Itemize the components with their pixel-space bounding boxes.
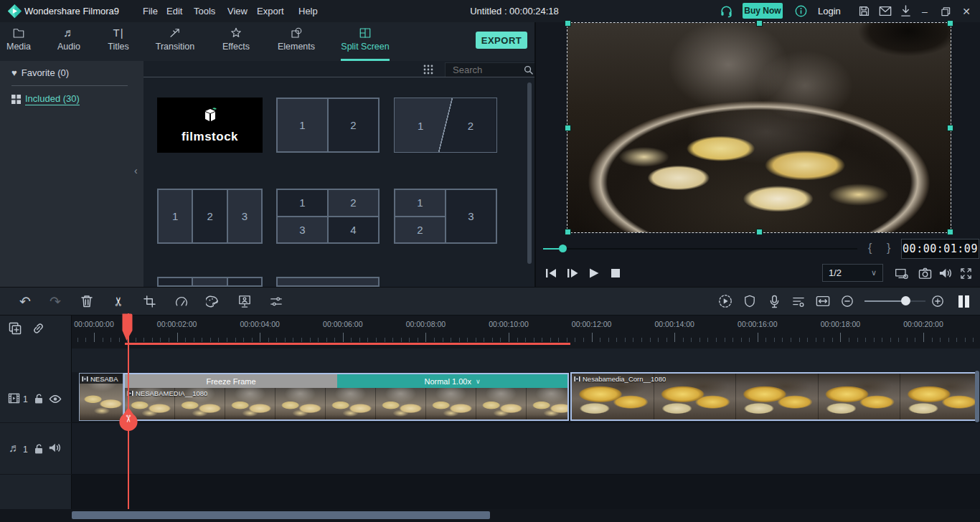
menu-view[interactable]: View — [227, 6, 248, 16]
scrubber-handle[interactable] — [559, 245, 567, 252]
crop-icon[interactable] — [141, 293, 157, 309]
next-frame-button[interactable] — [565, 266, 580, 280]
selected-clip[interactable]: Freeze Frame Normal 1.00x ∨ NESABAMEDIA_… — [123, 373, 569, 421]
add-to-timeline-icon[interactable] — [9, 322, 22, 335]
preset-filmstock-tile[interactable]: filmstock — [157, 98, 263, 153]
resize-handle[interactable] — [947, 20, 953, 27]
video-track-visibility-icon[interactable] — [49, 394, 62, 404]
restore-button[interactable] — [938, 4, 953, 19]
audio-track-mute-icon[interactable] — [48, 442, 61, 453]
mark-in-icon[interactable]: { — [868, 242, 872, 255]
video-track-lock-icon[interactable] — [34, 393, 44, 404]
sidebar-item-favorite[interactable]: ♥ Favorite (0) — [11, 67, 69, 78]
preset-grid-four[interactable]: 1 2 3 4 — [276, 189, 380, 244]
vertical-scrollbar[interactable] — [975, 371, 979, 422]
tab-elements[interactable]: Elements — [264, 27, 329, 58]
resize-handle[interactable] — [947, 125, 953, 131]
render-preview-icon[interactable] — [717, 293, 733, 309]
grid-view-icon[interactable] — [423, 64, 434, 75]
zoom-in-icon[interactable] — [930, 293, 946, 309]
search-input[interactable] — [451, 64, 524, 76]
preview-volume-icon[interactable] — [938, 266, 952, 280]
play-button[interactable] — [587, 266, 601, 280]
ruler-tick — [732, 338, 733, 342]
corn-clip[interactable]: Nesabamedia_Corn__1080 — [570, 372, 976, 421]
search-box[interactable] — [445, 62, 537, 77]
menu-edit[interactable]: Edit — [166, 6, 182, 16]
ruler-tick — [443, 338, 443, 342]
preview-scrubber[interactable] — [543, 248, 857, 250]
link-clips-icon[interactable] — [32, 322, 45, 335]
tab-titles[interactable]: T| Titles — [86, 27, 151, 58]
mail-icon[interactable] — [879, 6, 892, 16]
menu-help[interactable]: Help — [298, 6, 318, 16]
split-scissors-icon[interactable]: ✂ — [110, 293, 126, 309]
delete-icon[interactable] — [79, 293, 95, 309]
mark-out-icon[interactable]: } — [887, 242, 890, 255]
presets-scrollbar[interactable] — [527, 82, 532, 264]
split-at-playhead-button[interactable]: ✂ — [118, 407, 138, 435]
undo-icon[interactable]: ↶ — [17, 293, 33, 309]
tab-split-screen[interactable]: Split Screen — [333, 27, 397, 58]
menu-file[interactable]: File — [143, 6, 158, 16]
ruler-tick — [227, 338, 227, 342]
horizontal-scrollbar[interactable] — [72, 511, 490, 519]
tab-transition[interactable]: Transition — [143, 27, 207, 58]
zoom-to-fit-icon[interactable] — [815, 293, 831, 309]
preset-partial-1[interactable] — [157, 277, 263, 287]
resize-handle[interactable] — [565, 229, 571, 235]
resize-handle[interactable] — [565, 125, 571, 131]
sidebar-item-included[interactable]: Included (30) — [11, 93, 80, 105]
clip-nesaba-start[interactable]: NESABA — [79, 373, 123, 421]
fullscreen-icon[interactable] — [958, 266, 973, 280]
timeline-tracks[interactable]: NESABA Freeze Frame Normal 1.00x ∨ NESAB… — [72, 348, 980, 509]
minimize-button[interactable]: – — [918, 4, 932, 19]
download-icon[interactable] — [900, 4, 912, 18]
support-headset-icon[interactable] — [720, 4, 733, 18]
resize-handle[interactable] — [756, 20, 763, 27]
snapshot-camera-icon[interactable] — [918, 266, 932, 280]
menu-export[interactable]: Export — [257, 6, 284, 16]
stop-button[interactable] — [608, 266, 623, 280]
audio-track-lane[interactable] — [72, 422, 980, 475]
preset-diagonal-split[interactable]: 1 2 — [394, 98, 497, 153]
login-button[interactable]: Login — [818, 6, 841, 16]
previous-frame-button[interactable] — [544, 266, 558, 280]
audio-track-lock-icon[interactable] — [34, 443, 44, 455]
timeline-ruler[interactable]: 00:00:00:0000:00:02:0000:00:04:0000:00:0… — [72, 315, 980, 348]
green-screen-icon[interactable] — [237, 293, 253, 309]
tab-effects[interactable]: Effects — [204, 27, 268, 58]
audio-mixer-icon[interactable] — [791, 293, 806, 309]
effects-star-icon — [230, 27, 242, 39]
display-settings-icon[interactable] — [895, 266, 909, 280]
preview-video[interactable] — [567, 22, 951, 233]
playhead-handle[interactable] — [122, 313, 134, 342]
speed-segment[interactable]: Normal 1.00x ∨ — [337, 374, 567, 388]
buy-now-button[interactable]: Buy Now — [743, 3, 783, 19]
preview-page-select[interactable]: 1/2 ∨ — [822, 264, 883, 282]
preset-left-stack[interactable]: 1 2 3 — [394, 189, 497, 244]
resize-handle[interactable] — [756, 229, 763, 235]
preset-three-columns[interactable]: 1 2 3 — [157, 189, 263, 244]
preset-two-split[interactable]: 1 2 — [276, 98, 380, 153]
voiceover-mic-icon[interactable] — [766, 293, 782, 309]
freeze-frame-segment[interactable]: Freeze Frame — [125, 374, 337, 388]
collapse-panel-icon[interactable]: ‹ — [134, 165, 138, 176]
timeline-zoom-knob[interactable] — [901, 296, 910, 305]
export-button[interactable]: EXPORT — [476, 32, 527, 49]
preset-partial-2[interactable] — [276, 277, 380, 287]
marker-shield-icon[interactable] — [742, 293, 758, 309]
zoom-out-icon[interactable] — [839, 293, 855, 309]
close-button[interactable]: ✕ — [959, 4, 974, 19]
color-palette-icon[interactable] — [204, 293, 220, 309]
info-icon[interactable] — [795, 5, 807, 17]
speed-icon[interactable] — [174, 293, 189, 309]
resize-handle[interactable] — [947, 229, 953, 235]
advanced-settings-icon[interactable] — [268, 293, 284, 309]
track-panel-toggle-icon[interactable] — [956, 293, 971, 309]
save-icon[interactable] — [858, 5, 870, 17]
menu-tools[interactable]: Tools — [194, 6, 215, 16]
redo-icon[interactable]: ↷ — [47, 293, 63, 309]
resize-handle[interactable] — [565, 20, 571, 27]
ruler-tick — [725, 338, 725, 342]
